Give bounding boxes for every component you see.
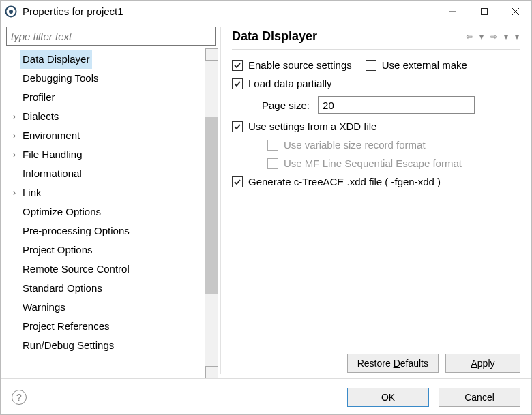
tree-item[interactable]: Pre-processing Options (6, 221, 218, 241)
variable-record-checkbox: Use variable size record format (267, 139, 426, 151)
cancel-button[interactable]: Cancel (439, 388, 520, 407)
tree-item-label: Remote Source Control (20, 260, 132, 279)
tree-item[interactable]: Warnings (6, 298, 218, 317)
forward-icon[interactable]: ⇨ (489, 32, 499, 42)
scroll-down-button[interactable] (205, 366, 218, 378)
dialog-footer: ? OK Cancel (1, 378, 531, 415)
use-xdd-label: Use settings from a XDD file (248, 121, 376, 132)
enable-source-settings-checkbox[interactable]: Enable source settings (232, 59, 352, 71)
svg-rect-3 (482, 8, 488, 14)
tree-item-label: Pre-processing Options (20, 221, 132, 241)
use-external-make-checkbox[interactable]: Use external make (366, 59, 467, 71)
help-icon[interactable]: ? (12, 390, 27, 405)
tree-item[interactable]: ›Dialects (6, 107, 218, 126)
tree-item[interactable]: ›Link (6, 183, 218, 202)
window-title: Properties for project1 (23, 5, 123, 17)
tree-item-label: Warnings (20, 298, 68, 317)
generate-xdd-checkbox[interactable]: Generate c-TreeACE .xdd file ( -fgen-xdd… (232, 176, 441, 187)
tree-expander-icon[interactable]: › (9, 126, 20, 145)
forward-menu-icon[interactable]: ▾ (503, 32, 509, 42)
titlebar: Properties for project1 (1, 1, 531, 22)
tree-item[interactable]: Informational (6, 164, 218, 183)
page-title: Data Displayer (232, 29, 464, 44)
tree-item[interactable]: ›Environment (6, 126, 218, 145)
tree-item[interactable]: Remote Source Control (6, 260, 218, 279)
use-external-make-label: Use external make (382, 59, 467, 71)
svg-point-1 (9, 10, 13, 14)
tree-item[interactable]: Standard Options (6, 279, 218, 298)
page-menu-icon[interactable]: ▾ (514, 32, 520, 42)
tree-item-label: Run/Debug Settings (20, 336, 117, 355)
back-menu-icon[interactable]: ▾ (478, 32, 485, 42)
left-pane: Data DisplayerDebugging ToolsProfiler›Di… (1, 22, 220, 378)
tree-expander-icon[interactable]: › (9, 145, 20, 164)
row-mf-line: Use MF Line Sequential Escape format (232, 157, 520, 169)
row-page-size: Page size: (232, 96, 520, 114)
tree-item[interactable]: Profiler (6, 88, 218, 107)
tree-item[interactable]: Project References (6, 317, 218, 336)
right-pane: Data Displayer ⇦▾ ⇨▾ ▾ Enable source set… (221, 22, 531, 378)
tree-item[interactable]: Data Displayer (6, 50, 218, 69)
tree-item-label: Environment (20, 126, 83, 145)
tree-item-label: Optimize Options (20, 202, 104, 221)
content: Data DisplayerDebugging ToolsProfiler›Di… (1, 22, 531, 378)
tree-item[interactable]: Debugging Tools (6, 69, 218, 88)
filter-input[interactable] (6, 27, 216, 46)
load-data-partially-label: Load data partially (248, 78, 332, 89)
variable-record-label: Use variable size record format (284, 139, 426, 151)
row-var-rec: Use variable size record format (232, 139, 520, 151)
row-use-xdd: Use settings from a XDD file (232, 121, 520, 132)
page-size-input[interactable] (318, 96, 475, 114)
history-nav: ⇦▾ ⇨▾ ▾ (464, 32, 520, 42)
tree-item-label: Link (20, 183, 44, 202)
load-data-partially-checkbox[interactable]: Load data partially (232, 78, 332, 89)
tree-item-label: Standard Options (20, 279, 105, 298)
tree-item-label: Profiler (20, 88, 58, 107)
row-enable-and-make: Enable source settings Use external make (232, 59, 520, 71)
right-pane-buttons: Restore Defaults Apply (232, 348, 520, 373)
right-pane-header: Data Displayer ⇦▾ ⇨▾ ▾ (232, 29, 520, 50)
nav-tree[interactable]: Data DisplayerDebugging ToolsProfiler›Di… (6, 48, 218, 378)
mf-line-checkbox: Use MF Line Sequential Escape format (267, 157, 462, 169)
tree-item-label: Project Options (20, 241, 95, 260)
enable-source-settings-label: Enable source settings (248, 59, 352, 71)
tree-item[interactable]: Optimize Options (6, 202, 218, 221)
apply-button[interactable]: Apply (445, 354, 520, 373)
row-gen-xdd: Generate c-TreeACE .xdd file ( -fgen-xdd… (232, 176, 520, 187)
use-xdd-checkbox[interactable]: Use settings from a XDD file (232, 121, 376, 132)
restore-defaults-button[interactable]: Restore Defaults (347, 354, 439, 373)
maximize-button[interactable] (469, 1, 500, 22)
generate-xdd-label: Generate c-TreeACE .xdd file ( -fgen-xdd… (248, 176, 441, 187)
tree-item-label: Dialects (20, 107, 61, 126)
tree-item[interactable]: Project Options (6, 241, 218, 260)
mf-line-label: Use MF Line Sequential Escape format (284, 157, 462, 169)
tree-item-label: Project References (20, 317, 113, 336)
tree-expander-icon[interactable]: › (9, 107, 20, 126)
tree-item[interactable]: Run/Debug Settings (6, 336, 218, 355)
tree-item-label: Informational (20, 164, 85, 183)
minimize-button[interactable] (437, 1, 469, 22)
ok-button[interactable]: OK (347, 388, 429, 407)
tree-item-label: File Handling (20, 145, 85, 164)
back-icon[interactable]: ⇦ (464, 32, 474, 42)
tree-item-label: Debugging Tools (20, 69, 101, 88)
tree-item-label: Data Displayer (20, 50, 92, 69)
tree-wrap: Data DisplayerDebugging ToolsProfiler›Di… (6, 48, 218, 378)
page-size-label: Page size: (262, 99, 310, 111)
tree-scrollbar[interactable] (205, 48, 218, 378)
tree-item[interactable]: ›File Handling (6, 145, 218, 164)
app-icon (5, 5, 17, 18)
scroll-thumb[interactable] (205, 117, 218, 294)
scroll-up-button[interactable] (205, 48, 218, 61)
tree-expander-icon[interactable]: › (9, 183, 20, 202)
row-load-partially: Load data partially (232, 78, 520, 89)
close-button[interactable] (500, 1, 531, 22)
